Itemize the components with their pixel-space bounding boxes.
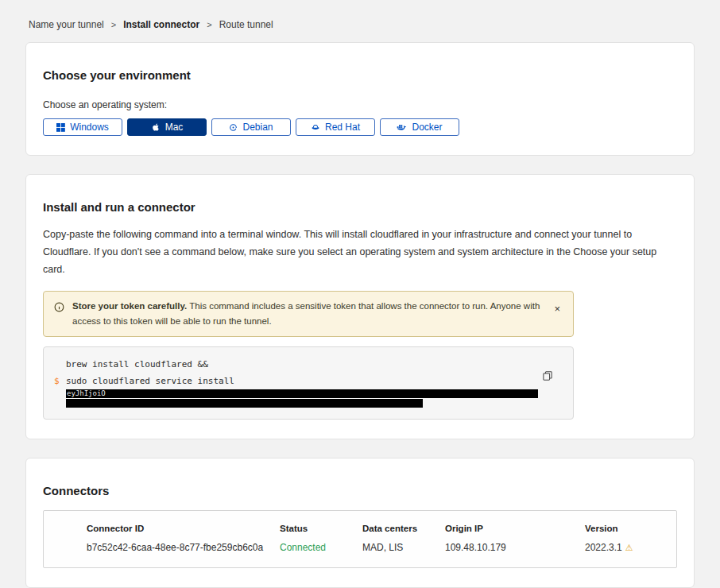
cell-data-centers: MAD, LIS — [362, 542, 445, 553]
warning-triangle-icon: ⚠ — [625, 543, 633, 552]
os-button-label: Docker — [412, 122, 442, 133]
col-header-connector-id: Connector ID — [87, 524, 280, 533]
col-header-version: Version — [585, 524, 660, 533]
token-redaction-bar — [66, 399, 423, 408]
table-row: b7c52c42-6caa-48ee-8c77-fbe259cb6c0a Con… — [87, 542, 660, 553]
os-button-mac[interactable]: Mac — [127, 118, 207, 136]
col-header-status: Status — [280, 524, 362, 533]
version-value: 2022.3.1 — [585, 542, 622, 553]
os-button-label: Debian — [242, 122, 273, 133]
connectors-table: Connector ID Status Data centers Origin … — [43, 510, 677, 568]
token-line-2 — [66, 398, 541, 408]
breadcrumb-separator: > — [111, 20, 116, 29]
status-badge: Connected — [280, 542, 362, 553]
col-header-origin-ip: Origin IP — [445, 524, 585, 533]
warning-text: Store your token carefully. This command… — [72, 299, 543, 329]
token-warning-banner: Store your token carefully. This command… — [43, 291, 574, 337]
install-command-code-block: brew install cloudflared && $sudo cloudf… — [43, 346, 574, 420]
os-button-label: Red Hat — [325, 122, 360, 133]
install-description: Copy-paste the following command into a … — [43, 226, 677, 279]
breadcrumb-step-install-connector[interactable]: Install connector — [123, 19, 199, 30]
breadcrumb: Name your tunnel > Install connector > R… — [0, 0, 720, 42]
close-icon[interactable]: × — [551, 302, 563, 315]
cell-connector-id: b7c52c42-6caa-48ee-8c77-fbe259cb6c0a — [87, 542, 280, 553]
os-select-label: Choose an operating system: — [43, 99, 677, 110]
connectors-card-title: Connectors — [43, 484, 677, 497]
os-button-debian[interactable]: Debian — [211, 118, 291, 136]
breadcrumb-step-route-tunnel[interactable]: Route tunnel — [219, 19, 273, 30]
cell-origin-ip: 109.48.10.179 — [445, 542, 585, 553]
code-line-2: $sudo cloudflared service install — [66, 373, 541, 389]
os-button-redhat[interactable]: Red Hat — [296, 118, 375, 136]
os-button-docker[interactable]: Docker — [380, 118, 459, 136]
breadcrumb-step-name-tunnel[interactable]: Name your tunnel — [29, 19, 104, 30]
breadcrumb-separator: > — [207, 20, 211, 29]
connectors-table-header: Connector ID Status Data centers Origin … — [87, 524, 660, 533]
os-button-label: Windows — [70, 122, 109, 133]
code-line-2-text: sudo cloudflared service install — [66, 376, 234, 386]
apple-icon — [151, 122, 161, 132]
environment-card-title: Choose your environment — [43, 68, 677, 82]
shell-prompt: $ — [54, 373, 60, 389]
redhat-icon — [311, 122, 320, 132]
connectors-card: Connectors Connector ID Status Data cent… — [25, 458, 695, 588]
code-line-1: brew install cloudflared && — [66, 356, 541, 373]
os-button-group: Windows Mac Debian Red Hat — [43, 118, 677, 136]
copy-icon[interactable] — [541, 369, 554, 385]
col-header-data-centers: Data centers — [362, 524, 445, 533]
token-line-1: eyJhIjoiO — [66, 389, 541, 399]
install-card: Install and run a connector Copy-paste t… — [25, 174, 695, 439]
os-button-windows[interactable]: Windows — [43, 118, 122, 136]
token-prefix: eyJhIjoiO — [66, 389, 106, 398]
os-button-label: Mac — [165, 122, 184, 133]
debian-icon — [229, 123, 238, 132]
windows-icon — [56, 123, 65, 132]
install-card-title: Install and run a connector — [43, 200, 677, 214]
info-icon — [54, 302, 64, 317]
warning-bold: Store your token carefully. — [72, 301, 187, 311]
cell-version: 2022.3.1⚠ — [585, 542, 660, 553]
docker-icon — [397, 123, 407, 132]
environment-card: Choose your environment Choose an operat… — [25, 42, 695, 156]
